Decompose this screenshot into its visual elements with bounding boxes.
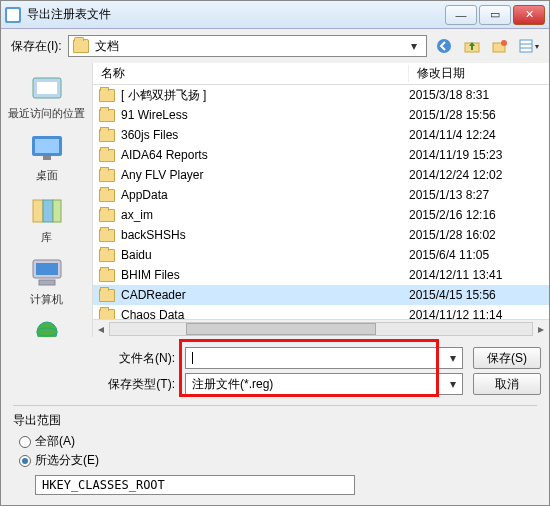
- sidebar-item-computer[interactable]: 计算机: [1, 255, 92, 307]
- file-row[interactable]: 91 WireLess2015/1/28 15:56: [93, 105, 549, 125]
- cancel-button[interactable]: 取消: [473, 373, 541, 395]
- folder-up-icon: [464, 38, 480, 54]
- svg-rect-11: [43, 156, 51, 160]
- svg-rect-8: [37, 82, 57, 94]
- svg-rect-14: [53, 200, 61, 222]
- radio-all[interactable]: 全部(A): [19, 433, 537, 450]
- save-in-value: 文档: [95, 38, 119, 55]
- window-title: 导出注册表文件: [27, 6, 443, 23]
- recent-places-icon: [27, 69, 67, 103]
- folder-icon: [73, 39, 89, 53]
- filetype-combo[interactable]: 注册文件(*.reg) ▾: [185, 373, 463, 395]
- folder-icon: [99, 249, 115, 262]
- column-headers[interactable]: 名称 修改日期: [93, 63, 549, 85]
- new-folder-icon: [492, 38, 508, 54]
- file-list-pane: 名称 修改日期 [ 小鹤双拼飞扬 ]2015/3/18 8:3191 WireL…: [93, 63, 549, 337]
- file-date: 2014/12/11 13:41: [409, 268, 549, 282]
- file-name: AppData: [121, 188, 409, 202]
- maximize-button[interactable]: ▭: [479, 5, 511, 25]
- file-row[interactable]: Baidu2015/6/4 11:05: [93, 245, 549, 265]
- horizontal-scrollbar[interactable]: ◂ ▸: [93, 319, 549, 337]
- file-row[interactable]: CADReader2015/4/15 15:56: [93, 285, 549, 305]
- file-date: 2015/1/13 8:27: [409, 188, 549, 202]
- radio-branch-label: 所选分支(E): [35, 452, 99, 469]
- save-in-row: 保存在(I): 文档 ▾ ▾: [1, 29, 549, 63]
- folder-icon: [99, 289, 115, 302]
- chevron-down-icon: ▾: [450, 351, 456, 365]
- save-in-combo[interactable]: 文档 ▾: [68, 35, 427, 57]
- views-icon: [518, 38, 534, 54]
- chevron-down-icon: ▾: [406, 39, 422, 53]
- save-dialog-window: 导出注册表文件 — ▭ ✕ 保存在(I): 文档 ▾ ▾: [0, 0, 550, 506]
- branch-input[interactable]: [35, 475, 355, 495]
- views-button[interactable]: ▾: [517, 36, 539, 56]
- up-button[interactable]: [461, 36, 483, 56]
- radio-icon: [19, 436, 31, 448]
- svg-rect-10: [35, 139, 59, 153]
- file-row[interactable]: ax_im2015/2/16 12:16: [93, 205, 549, 225]
- filetype-label: 保存类型(T):: [101, 376, 175, 393]
- file-row[interactable]: backSHSHs2015/1/28 16:02: [93, 225, 549, 245]
- export-range-group: 导出范围 全部(A) 所选分支(E): [1, 406, 549, 505]
- folder-icon: [99, 229, 115, 242]
- minimize-button[interactable]: —: [445, 5, 477, 25]
- scroll-track[interactable]: [109, 322, 533, 336]
- file-row[interactable]: 360js Files2014/11/4 12:24: [93, 125, 549, 145]
- column-date[interactable]: 修改日期: [409, 65, 549, 82]
- file-name: [ 小鹤双拼飞扬 ]: [121, 87, 409, 104]
- sidebar-item-label: 最近访问的位置: [1, 106, 92, 121]
- folder-icon: [99, 129, 115, 142]
- folder-icon: [99, 309, 115, 320]
- column-name[interactable]: 名称: [93, 65, 409, 82]
- filename-label: 文件名(N):: [101, 350, 175, 367]
- file-row[interactable]: [ 小鹤双拼飞扬 ]2015/3/18 8:31: [93, 85, 549, 105]
- file-row[interactable]: Any FLV Player2014/12/24 12:02: [93, 165, 549, 185]
- file-list[interactable]: [ 小鹤双拼飞扬 ]2015/3/18 8:3191 WireLess2015/…: [93, 85, 549, 319]
- file-row[interactable]: Chaos Data2014/11/12 11:14: [93, 305, 549, 319]
- save-fields: 文件名(N): ▾ 保存(S) 保存类型(T): 注册文件(*.reg) ▾ 取…: [1, 337, 549, 405]
- file-date: 2015/2/16 12:16: [409, 208, 549, 222]
- sidebar-item-label: 计算机: [1, 292, 92, 307]
- scroll-thumb[interactable]: [186, 323, 376, 335]
- svg-point-0: [437, 39, 451, 53]
- close-button[interactable]: ✕: [513, 5, 545, 25]
- file-name: CADReader: [121, 288, 409, 302]
- save-button[interactable]: 保存(S): [473, 347, 541, 369]
- file-date: 2014/12/24 12:02: [409, 168, 549, 182]
- file-date: 2015/1/28 16:02: [409, 228, 549, 242]
- sidebar-item-libraries[interactable]: 库: [1, 193, 92, 245]
- sidebar-item-label: 库: [1, 230, 92, 245]
- svg-rect-12: [33, 200, 43, 222]
- file-date: 2014/11/12 11:14: [409, 308, 549, 319]
- back-button[interactable]: [433, 36, 455, 56]
- file-name: ax_im: [121, 208, 409, 222]
- file-row[interactable]: BHIM Files2014/12/11 13:41: [93, 265, 549, 285]
- scroll-left-icon[interactable]: ◂: [93, 322, 109, 336]
- sidebar-item-desktop[interactable]: 桌面: [1, 131, 92, 183]
- file-row[interactable]: AppData2015/1/13 8:27: [93, 185, 549, 205]
- computer-icon: [27, 255, 67, 289]
- svg-rect-4: [520, 40, 532, 52]
- radio-icon: [19, 455, 31, 467]
- folder-icon: [99, 109, 115, 122]
- filetype-value: 注册文件(*.reg): [192, 376, 273, 393]
- titlebar[interactable]: 导出注册表文件 — ▭ ✕: [1, 1, 549, 29]
- radio-branch[interactable]: 所选分支(E): [19, 452, 537, 469]
- svg-point-3: [501, 40, 507, 46]
- file-name: BHIM Files: [121, 268, 409, 282]
- new-folder-button[interactable]: [489, 36, 511, 56]
- app-icon: [5, 7, 21, 23]
- sidebar-item-recent[interactable]: 最近访问的位置: [1, 69, 92, 121]
- libraries-icon: [27, 193, 67, 227]
- desktop-icon: [27, 131, 67, 165]
- folder-icon: [99, 169, 115, 182]
- file-date: 2014/11/4 12:24: [409, 128, 549, 142]
- filename-input[interactable]: ▾: [185, 347, 463, 369]
- file-name: 91 WireLess: [121, 108, 409, 122]
- file-date: 2015/1/28 15:56: [409, 108, 549, 122]
- places-sidebar: 最近访问的位置 桌面 库 计算机 网络: [1, 63, 93, 337]
- svg-rect-17: [39, 280, 55, 285]
- scroll-right-icon[interactable]: ▸: [533, 322, 549, 336]
- file-row[interactable]: AIDA64 Reports2014/11/19 15:23: [93, 145, 549, 165]
- file-name: Any FLV Player: [121, 168, 409, 182]
